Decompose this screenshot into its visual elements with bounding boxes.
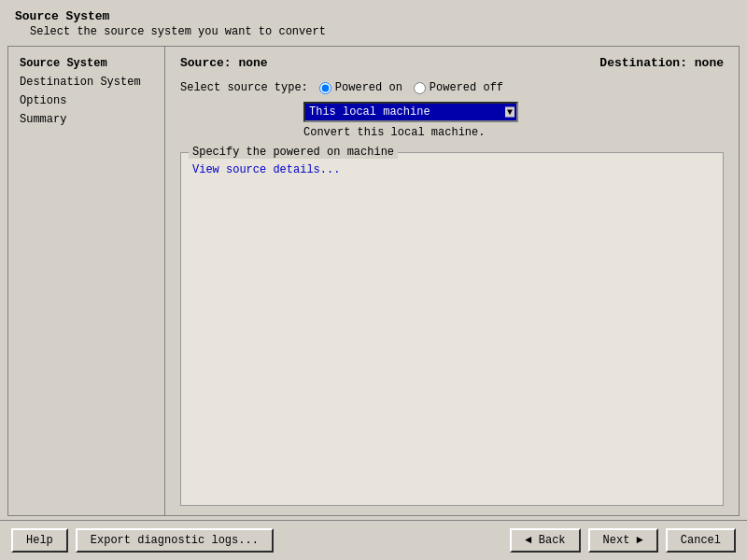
radio-group: Powered on Powered off — [319, 81, 503, 94]
page-title: Source System — [15, 9, 732, 23]
bottom-right: ◄ Back Next ► Cancel — [510, 528, 736, 553]
bottom-left: Help Export diagnostic logs... — [11, 528, 274, 553]
radio-powered-off-label: Powered off — [430, 81, 503, 94]
sidebar-item-summary[interactable]: Summary — [8, 110, 164, 129]
next-button[interactable]: Next ► — [588, 528, 658, 553]
sidebar-item-source-system[interactable]: Source System — [8, 54, 164, 73]
destination-info: Destination: none — [599, 56, 724, 70]
radio-powered-off[interactable]: Powered off — [414, 81, 503, 94]
sidebar-item-options[interactable]: Options — [8, 91, 164, 110]
content-area: Source: none Destination: none Select so… — [165, 47, 739, 515]
help-button[interactable]: Help — [11, 528, 68, 553]
sidebar-item-destination-system[interactable]: Destination System — [8, 73, 164, 91]
dropdown-wrapper: This local machine — [303, 102, 518, 122]
source-label: Source: — [180, 56, 232, 70]
title-area: Source System Select the source system y… — [0, 0, 747, 42]
cancel-button[interactable]: Cancel — [666, 528, 736, 553]
view-source-link[interactable]: View source details... — [192, 163, 340, 176]
source-dest-bar: Source: none Destination: none — [180, 56, 724, 70]
source-info: Source: none — [180, 56, 268, 70]
convert-text: Convert this local machine. — [303, 126, 724, 139]
source-value: none — [238, 56, 267, 70]
dropdown-row: This local machine — [303, 102, 724, 122]
destination-value: none — [695, 56, 724, 70]
back-button[interactable]: ◄ Back — [510, 528, 580, 553]
main-window: Source System Select the source system y… — [0, 0, 747, 560]
bottom-bar: Help Export diagnostic logs... ◄ Back Ne… — [0, 520, 747, 560]
select-source-type-label: Select source type: — [180, 81, 308, 94]
fieldset-legend: Specify the powered on machine — [189, 146, 398, 159]
export-logs-button[interactable]: Export diagnostic logs... — [76, 528, 274, 553]
radio-powered-off-input[interactable] — [414, 82, 426, 94]
select-source-row: Select source type: Powered on Powered o… — [180, 81, 724, 94]
radio-powered-on[interactable]: Powered on — [319, 81, 402, 94]
sidebar: Source System Destination System Options… — [8, 47, 165, 515]
powered-on-fieldset: Specify the powered on machine View sour… — [180, 152, 724, 506]
radio-powered-on-input[interactable] — [319, 82, 331, 94]
page-subtitle: Select the source system you want to con… — [15, 25, 732, 38]
main-content: Source System Destination System Options… — [7, 46, 740, 516]
destination-label: Destination: — [599, 56, 687, 70]
source-machine-dropdown[interactable]: This local machine — [303, 102, 518, 122]
radio-powered-on-label: Powered on — [335, 81, 402, 94]
